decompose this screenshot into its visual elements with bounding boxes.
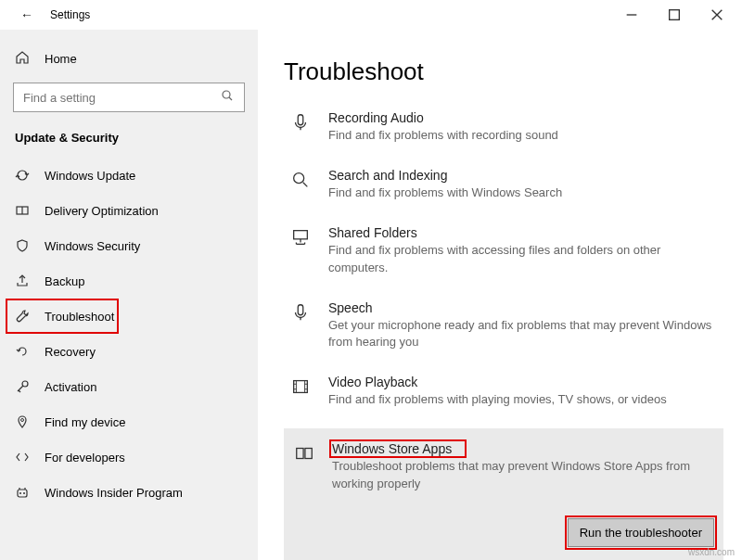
search-icon — [220, 88, 235, 107]
home-icon — [15, 50, 30, 68]
sidebar-item-label: For developers — [45, 451, 125, 465]
troubleshooter-shared-folders[interactable]: Shared Folders Find and fix problems wit… — [284, 216, 723, 290]
troubleshooter-desc: Find and fix problems with accessing fil… — [328, 242, 718, 275]
sidebar-item-label: Find my device — [45, 415, 125, 429]
minimize-button[interactable] — [610, 0, 653, 30]
backup-icon — [15, 274, 30, 288]
svg-point-20 — [294, 173, 304, 184]
sidebar-item-label: Backup — [45, 274, 84, 288]
shield-icon — [15, 238, 30, 253]
troubleshooter-desc: Find and fix problems with recording sou… — [328, 127, 718, 144]
troubleshooter-speech[interactable]: Speech Get your microphone ready and fix… — [284, 291, 723, 365]
svg-line-21 — [303, 183, 308, 187]
troubleshooter-desc: Find and fix problems with Windows Searc… — [328, 185, 718, 201]
maximize-button[interactable] — [653, 0, 696, 30]
search-input[interactable] — [13, 83, 245, 112]
page-title: Troubleshoot — [284, 57, 723, 86]
sidebar-item-label: Recovery — [45, 345, 96, 359]
sidebar-item-windows-update[interactable]: Windows Update — [0, 158, 258, 193]
svg-rect-37 — [305, 449, 312, 459]
sidebar-item-windows-security[interactable]: Windows Security — [0, 228, 258, 263]
troubleshooter-video-playback[interactable]: Video Playback Find and fix problems wit… — [284, 365, 723, 423]
svg-rect-29 — [294, 381, 308, 393]
svg-rect-1 — [670, 10, 680, 20]
watermark: wsxdn.com — [688, 547, 735, 557]
troubleshooter-desc: Find and fix problems with playing movie… — [328, 391, 718, 408]
sidebar: Home Update & Security Windows Update De… — [0, 30, 258, 560]
sidebar-section-header: Update & Security — [0, 123, 258, 158]
svg-point-14 — [19, 492, 21, 494]
troubleshooter-windows-store-apps[interactable]: Windows Store Apps Troubleshoot problems… — [284, 428, 723, 560]
svg-point-12 — [21, 419, 24, 422]
sidebar-item-delivery-optimization[interactable]: Delivery Optimization — [0, 193, 258, 228]
delivery-icon — [15, 203, 30, 218]
svg-rect-18 — [298, 115, 303, 125]
search-field[interactable] — [23, 91, 220, 105]
sidebar-item-label: Windows Update — [45, 169, 135, 183]
sidebar-item-activation[interactable]: Activation — [0, 369, 258, 404]
film-icon — [289, 376, 312, 404]
sidebar-item-insider-program[interactable]: Windows Insider Program — [0, 475, 258, 510]
troubleshooter-label: Windows Store Apps — [332, 441, 714, 456]
search-icon — [289, 170, 312, 197]
location-icon — [15, 414, 30, 429]
troubleshooter-label: Recording Audio — [328, 110, 718, 125]
sidebar-item-recovery[interactable]: Recovery — [0, 334, 258, 369]
wrench-icon — [15, 309, 30, 324]
sidebar-item-for-developers[interactable]: For developers — [0, 439, 258, 475]
sidebar-item-home[interactable]: Home — [0, 41, 258, 77]
sidebar-item-label: Windows Insider Program — [45, 486, 183, 500]
back-button[interactable]: ← — [20, 7, 33, 22]
key-icon — [15, 379, 30, 394]
recovery-icon — [15, 344, 30, 359]
sidebar-item-find-my-device[interactable]: Find my device — [0, 404, 258, 439]
svg-rect-22 — [294, 231, 308, 239]
apps-icon — [293, 443, 315, 471]
troubleshooter-label: Speech — [328, 300, 718, 315]
sidebar-item-label: Activation — [45, 380, 96, 394]
svg-rect-13 — [18, 490, 27, 497]
run-troubleshooter-button[interactable]: Run the troubleshooter — [568, 518, 714, 547]
microphone-icon — [289, 302, 312, 330]
sidebar-item-troubleshoot[interactable]: Troubleshoot — [0, 299, 258, 334]
sidebar-home-label: Home — [45, 52, 77, 66]
svg-line-11 — [19, 390, 20, 392]
troubleshooter-label: Search and Indexing — [328, 168, 718, 183]
svg-rect-36 — [297, 449, 303, 459]
troubleshooter-recording-audio[interactable]: Recording Audio Find and fix problems wi… — [284, 101, 723, 159]
close-button[interactable] — [696, 0, 738, 30]
sidebar-item-label: Windows Security — [45, 239, 140, 253]
main-content: Troubleshoot Recording Audio Find and fi… — [258, 30, 742, 560]
sidebar-item-backup[interactable]: Backup — [0, 263, 258, 299]
svg-line-5 — [229, 97, 232, 100]
sidebar-item-label: Delivery Optimization — [45, 204, 159, 218]
svg-rect-27 — [298, 305, 303, 315]
troubleshooter-label: Shared Folders — [328, 225, 718, 240]
sync-icon — [15, 168, 30, 183]
svg-point-15 — [23, 492, 25, 494]
troubleshooter-label: Video Playback — [328, 375, 718, 389]
code-icon — [15, 450, 30, 465]
troubleshooter-search-indexing[interactable]: Search and Indexing Find and fix problem… — [284, 159, 723, 216]
insider-icon — [15, 485, 30, 500]
troubleshooter-desc: Troubleshoot problems that may prevent W… — [332, 458, 714, 491]
run-button-label: Run the troubleshooter — [580, 526, 702, 540]
troubleshooter-desc: Get your microphone ready and fix proble… — [328, 317, 718, 350]
svg-point-4 — [223, 91, 230, 98]
window-title: Settings — [50, 8, 90, 21]
folder-network-icon — [289, 227, 312, 255]
microphone-icon — [289, 112, 312, 140]
sidebar-item-label: Troubleshoot — [45, 310, 114, 324]
